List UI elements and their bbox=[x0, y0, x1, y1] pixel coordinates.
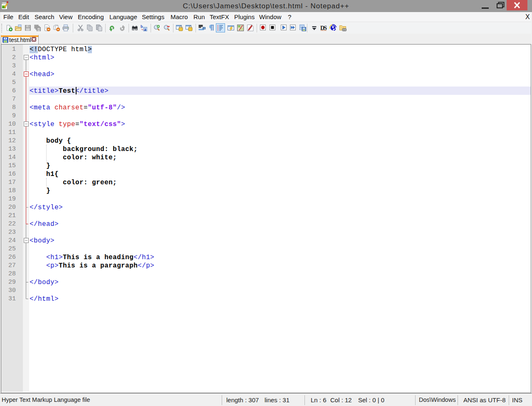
svg-text:b: b bbox=[141, 25, 143, 29]
svg-text:DS: DS bbox=[320, 25, 327, 31]
svg-text:a: a bbox=[144, 27, 146, 32]
